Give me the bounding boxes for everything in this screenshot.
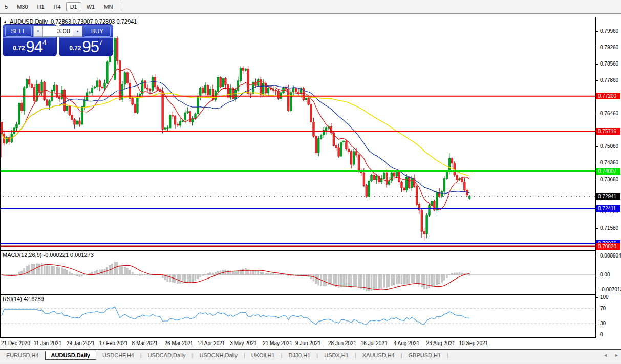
date-label: 8 Mar 2021 <box>132 340 158 346</box>
volume-increase-button[interactable]: ▲ <box>73 26 82 37</box>
sell-button[interactable]: SELL <box>5 26 32 37</box>
price-tick-label: 0.71580 <box>596 225 621 231</box>
tab-scroll-right-icon[interactable]: ► <box>614 353 619 358</box>
tab-scroll-left-icon[interactable]: ◄ <box>603 353 608 358</box>
rsi-tick-label: 70 <box>596 306 621 312</box>
sell-price-sup: 4 <box>42 38 47 47</box>
price-tick-label: 0.75060 <box>596 143 621 149</box>
date-label: 26 Mar 2021 <box>165 340 194 346</box>
price-level-badge: 0.74007 <box>596 168 620 175</box>
buy-price[interactable]: 0.72957 <box>59 37 113 55</box>
date-label: 9 Jun 2021 <box>295 340 321 346</box>
buy-price-sup: 7 <box>99 38 103 47</box>
price-level-badge: 0.77200 <box>596 93 620 99</box>
toolbar-separator <box>121 2 121 11</box>
rsi-value: 42.6289 <box>24 296 44 302</box>
timeframe-M30[interactable]: M30 <box>13 2 32 11</box>
chevron-up-icon: ▲ <box>76 30 79 33</box>
price-tick-label: 0.79260 <box>596 45 621 51</box>
price-level-badge: 0.72941 <box>596 193 620 200</box>
macd-pane[interactable]: MACD(12,26,9) -0.000221 0.001273 <box>0 250 596 295</box>
timeframe-W1[interactable]: W1 <box>82 2 99 11</box>
chart-tab-usdchf-h4[interactable]: USDCHF,H4 <box>96 351 140 360</box>
volume-control: ▼ 3.00 ▲ <box>33 26 82 37</box>
tab-separator: | <box>447 352 448 358</box>
price-tick-label: 0.78560 <box>596 61 621 67</box>
price-tick-label: 0.77860 <box>596 77 621 83</box>
macd-value-signal: 0.001273 <box>70 252 94 258</box>
rsi-label: RSI(14) 42.6289 <box>3 296 44 302</box>
timeframe-toolbar: 5M30H1H4D1W1MN <box>0 0 621 14</box>
rsi-tick-label: 100 <box>596 294 621 301</box>
timeframe-MN[interactable]: MN <box>100 2 117 11</box>
date-label: 17 Feb 2021 <box>99 340 128 346</box>
date-label: 21 May 2021 <box>263 340 292 346</box>
date-label: 29 Jan 2021 <box>67 340 95 346</box>
rsi-tick-label: 30 <box>596 320 621 327</box>
window-bottom-strip <box>0 361 621 364</box>
sell-price-big: 94 <box>26 38 42 56</box>
price-axis[interactable]: 0.799600.792600.785600.778600.764600.750… <box>596 17 621 338</box>
chart-tab-xauusd-h4[interactable]: XAUUSD,H4 <box>356 351 401 360</box>
chart-tab-ukoil-h1[interactable]: UKOil,H1 <box>245 351 281 360</box>
date-label: 3 May 2021 <box>230 340 256 346</box>
date-label: 23 Aug 2021 <box>426 340 455 346</box>
volume-input[interactable]: 3.00 <box>43 26 73 37</box>
chart-tab-usdcad-daily[interactable]: USDCAD,Daily <box>142 351 192 360</box>
buy-price-prefix: 0.72 <box>69 45 81 52</box>
date-label: 16 Jul 2021 <box>361 340 388 346</box>
chart-tab-usdx-h1[interactable]: USDX,H1 <box>318 351 355 360</box>
chart-tab-dj30-h1[interactable]: DJ30,H1 <box>283 351 317 360</box>
rsi-pane[interactable]: RSI(14) 42.6289 <box>0 294 596 338</box>
macd-tick-label: -0.007013 <box>596 287 621 293</box>
price-level-badge: 0.72411 <box>596 205 620 212</box>
rsi-tick-label: 0 <box>596 332 621 338</box>
macd-label: MACD(12,26,9) -0.000221 0.001273 <box>3 252 94 258</box>
chart-tab-audusd-daily[interactable]: AUDUSD,Daily <box>45 351 96 360</box>
chart-tab-gbpusd-h1[interactable]: GBPUSD,H1 <box>402 351 447 360</box>
timeframe-H4[interactable]: H4 <box>50 2 65 11</box>
price-tick-label: 0.79960 <box>596 28 621 34</box>
price-tick-label: 0.76460 <box>596 111 621 117</box>
buy-button[interactable]: BUY <box>84 26 111 37</box>
chart-tab-usdcnh-daily[interactable]: USDCNH,Daily <box>193 351 244 360</box>
macd-tick-label: 0.008904 <box>596 253 621 259</box>
price-tick-label: 0.74360 <box>596 160 621 166</box>
sell-price-prefix: 0.72 <box>13 45 25 52</box>
date-label: 4 Aug 2021 <box>394 340 420 346</box>
date-label: 14 Apr 2021 <box>197 340 225 346</box>
main-chart-pane[interactable]: ▲AUDUSD,Daily 0.72863 0.73007 0.72803 0.… <box>0 17 596 251</box>
price-tick-label: 0.73660 <box>596 177 621 183</box>
price-level-badge: 0.75716 <box>596 128 620 135</box>
date-axis[interactable]: 21 Dec 202011 Jan 202129 Jan 202117 Feb … <box>0 338 596 349</box>
rsi-chart <box>1 295 595 337</box>
chart-tab-eurusd-h4[interactable]: EURUSD,H4 <box>0 351 45 360</box>
date-label: 28 Jun 2021 <box>328 340 356 346</box>
sell-price[interactable]: 0.72944 <box>3 37 56 55</box>
date-label: 11 Jan 2021 <box>34 340 61 346</box>
mt4-window: 5M30H1H4D1W1MN ▲AUDUSD,Daily 0.72863 0.7… <box>0 0 621 364</box>
one-click-trading-panel: SELL ▼ 3.00 ▲ BUY 0.72944 0.72957 <box>3 24 113 56</box>
timeframe-5[interactable]: 5 <box>1 2 12 11</box>
buy-price-big: 95 <box>82 38 99 56</box>
macd-value-main: -0.000221 <box>43 252 69 258</box>
macd-tick-label: 0.00 <box>596 272 621 278</box>
date-label: 10 Sep 2021 <box>459 340 488 346</box>
timeframe-D1[interactable]: D1 <box>66 2 81 11</box>
price-level-badge: 0.70820 <box>596 243 620 250</box>
chevron-down-icon: ▼ <box>37 30 40 33</box>
volume-decrease-button[interactable]: ▼ <box>33 26 43 37</box>
collapse-panel-icon[interactable]: ▲ <box>3 19 7 24</box>
date-label: 21 Dec 2020 <box>1 340 30 346</box>
timeframe-H1[interactable]: H1 <box>33 2 49 11</box>
chart-tab-bar: EURUSD,H4AUDUSD,DailyUSDCHF,H4|USDCAD,Da… <box>0 349 621 361</box>
